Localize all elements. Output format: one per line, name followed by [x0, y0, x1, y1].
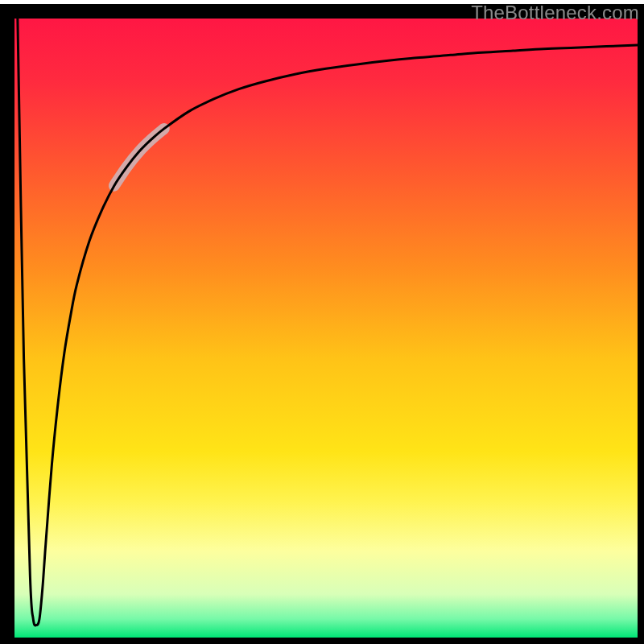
chart-canvas: TheBottleneck.com	[0, 0, 644, 644]
chart-svg	[0, 0, 644, 644]
watermark-label: TheBottleneck.com	[471, 2, 639, 24]
chart-background-gradient	[14, 19, 638, 638]
